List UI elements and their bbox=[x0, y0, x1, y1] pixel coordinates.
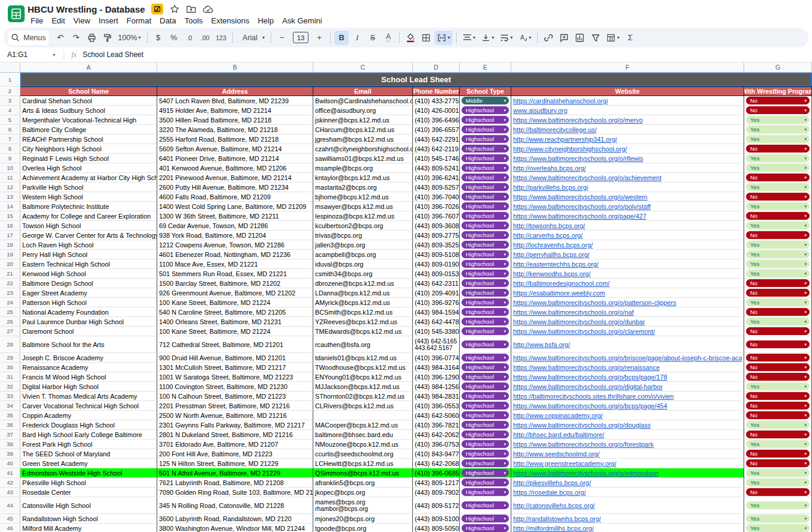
cell-email[interactable]: ccurtis@seedschoolmd.org bbox=[313, 449, 413, 459]
cell-phone[interactable]: (410) 396-7026 bbox=[413, 202, 460, 211]
cell-school-type[interactable]: Highschool▾ bbox=[460, 401, 511, 411]
cell-email[interactable]: QSimmons@bcps.k12.md.us bbox=[313, 468, 413, 478]
website-link[interactable]: http://www.greenstreetacademy.org/ bbox=[513, 460, 616, 467]
wrestling-program-chip[interactable]: Yes▾ bbox=[746, 241, 810, 249]
row-header-35[interactable]: 35 bbox=[0, 411, 20, 420]
cell-school-name[interactable]: Baltimore Design School bbox=[20, 279, 157, 288]
cell-website[interactable]: http://easterntechhs.bcps.org/ bbox=[511, 259, 744, 269]
cell-school-name[interactable]: Eager Street Academy bbox=[20, 288, 157, 298]
row-header-15[interactable]: 15 bbox=[0, 211, 20, 221]
cell-email[interactable]: mjones20@bcps.org bbox=[313, 514, 413, 524]
website-link[interactable]: https://www.baltimorecityschools.org/o/c… bbox=[513, 328, 655, 335]
school-type-chip[interactable]: Highschool▾ bbox=[462, 270, 509, 277]
cell-school-name[interactable]: Arts & Ideas Sudbury School bbox=[20, 106, 157, 115]
cell-school-type[interactable]: Highschool▾ bbox=[460, 125, 511, 135]
row-header-4[interactable]: 4 bbox=[0, 106, 20, 115]
functions-button[interactable]: Σ bbox=[623, 31, 637, 45]
school-type-chip[interactable]: Highschool▾ bbox=[462, 231, 509, 239]
cell-website[interactable]: https://www.baltimorecityschools.org/pag… bbox=[511, 211, 744, 221]
cell-phone[interactable]: (443) 809-5100 bbox=[413, 514, 460, 524]
wrestling-program-chip[interactable]: No▾ bbox=[746, 279, 810, 287]
cell-address[interactable]: 2500 W North Avenue, Baltimore, MD 21216 bbox=[157, 411, 313, 420]
wrestling-program-chip[interactable]: Yes▾ bbox=[746, 202, 810, 210]
menu-insert[interactable]: Insert bbox=[94, 16, 122, 26]
cell-email[interactable]: iduval@bcps.org bbox=[313, 259, 413, 269]
school-type-chip[interactable]: Highschool▾ bbox=[462, 135, 509, 143]
cell-email[interactable]: tdaniels01@bcps.k12.md.us bbox=[313, 353, 413, 363]
cell-school-type[interactable]: Highschool▾ bbox=[460, 144, 511, 154]
wrestling-program-chip[interactable]: Yes▾ bbox=[746, 164, 810, 172]
wrestling-program-chip[interactable]: Yes▾ bbox=[746, 298, 810, 306]
cell-phone[interactable]: (443) 642-2068 bbox=[413, 459, 460, 468]
cell-website[interactable]: http://randallstownhs.bcps.org/ bbox=[511, 514, 744, 524]
row-header-29[interactable]: 29 bbox=[0, 353, 20, 363]
menu-ask-gemini[interactable]: Ask Gemini bbox=[278, 16, 326, 26]
cell-wrestling-program[interactable]: No▾ bbox=[744, 327, 812, 336]
cell-wrestling-program[interactable]: No▾ bbox=[744, 488, 812, 497]
school-type-chip[interactable]: Highschool▾ bbox=[462, 193, 509, 201]
cell-school-type[interactable]: Highschool▾ bbox=[460, 336, 511, 353]
school-type-chip[interactable]: Middle▾ bbox=[462, 97, 509, 104]
cell-school-name[interactable]: Vivien T. Thomas Medical Arts Academy bbox=[20, 391, 157, 401]
cell-phone[interactable]: (443) 642-2311 bbox=[413, 279, 460, 288]
cell-address[interactable]: 100 Kane Street, Baltimore, MD 21224 bbox=[157, 298, 313, 307]
cell-email[interactable]: MACooper@bcps.k12.md.us bbox=[313, 420, 413, 430]
cell-school-type[interactable]: Highschool▾ bbox=[460, 231, 511, 240]
table-header-school-name[interactable]: School Name bbox=[20, 86, 157, 96]
website-link[interactable]: http://perryhallhs.bcps.org/ bbox=[513, 251, 589, 258]
cell-address[interactable]: 100 N Calhoun Street, Baltimore, MD 2122… bbox=[157, 391, 313, 401]
cell-wrestling-program[interactable]: Yes▾ bbox=[744, 115, 812, 125]
cell-address[interactable]: 1400 West Cold Spring Lane, Baltimore, M… bbox=[157, 202, 313, 211]
cell-wrestling-program[interactable]: Yes▾ bbox=[744, 125, 812, 135]
cell-address[interactable]: 3500 Hillen Road Baltimore, MD 21218 bbox=[157, 115, 313, 125]
website-link[interactable]: http://parkvillehs.bcps.org/ bbox=[513, 184, 588, 191]
menu-edit[interactable]: Edit bbox=[47, 16, 69, 26]
row-header-14[interactable]: 14 bbox=[0, 202, 20, 211]
cell-email[interactable]: acampbell@bcps.org bbox=[313, 250, 413, 259]
italic-button[interactable]: I bbox=[350, 31, 364, 45]
cell-wrestling-program[interactable]: No▾ bbox=[744, 231, 812, 240]
move-folder-icon[interactable] bbox=[186, 5, 196, 13]
cell-school-name[interactable]: Towson High School bbox=[20, 221, 157, 231]
website-link[interactable]: http://www.coppinacademy.org/ bbox=[513, 412, 603, 419]
cell-phone[interactable]: (443) 809-5172 bbox=[413, 497, 460, 514]
cell-address[interactable]: 7090 Golden Ring Road, Suite 103, Baltim… bbox=[157, 488, 313, 497]
wrestling-program-chip[interactable]: No▾ bbox=[746, 289, 810, 297]
cell-phone[interactable]: (443) 809-1217 bbox=[413, 478, 460, 488]
cell-school-type[interactable]: Highschool▾ bbox=[460, 497, 511, 514]
bold-button[interactable]: B bbox=[334, 31, 349, 45]
school-type-chip[interactable]: Highschool▾ bbox=[462, 382, 509, 390]
cell-email[interactable] bbox=[313, 411, 413, 420]
format-currency-button[interactable]: $ bbox=[151, 31, 166, 45]
cell-phone[interactable]: (410) 396-0553 bbox=[413, 401, 460, 411]
column-header-C[interactable]: C bbox=[313, 62, 413, 72]
cell-school-type[interactable]: Highschool▾ bbox=[460, 514, 511, 524]
cell-school-type[interactable]: Highschool▾ bbox=[460, 391, 511, 401]
wrestling-program-chip[interactable]: Yes▾ bbox=[746, 183, 810, 191]
row-header-1[interactable]: 1 bbox=[0, 73, 20, 86]
school-type-chip[interactable]: Highschool▾ bbox=[462, 402, 509, 410]
school-type-chip[interactable]: Highschool▾ bbox=[462, 524, 509, 532]
wrestling-program-chip[interactable]: Yes▾ bbox=[746, 515, 810, 522]
cell-school-type[interactable]: Highschool▾ bbox=[460, 449, 511, 459]
table-header-with-wrestling-program[interactable]: With Wrestling Program bbox=[744, 86, 812, 96]
cell-email[interactable]: ENYoung01@bcps.k12.md.us bbox=[313, 372, 413, 382]
cell-website[interactable]: http://towsonhs.bcps.org/ bbox=[511, 221, 744, 231]
cell-website[interactable]: https://www.baltimorecityschools.org/o/f… bbox=[511, 440, 744, 449]
cell-email[interactable]: BCSmith@bcps.k12.md.us bbox=[313, 307, 413, 317]
cell-website[interactable]: https://www.baltimorecityschools.org/o/b… bbox=[511, 372, 744, 382]
cell-school-type[interactable]: Highschool▾ bbox=[460, 288, 511, 298]
font-family-select[interactable]: Arial▾ bbox=[236, 31, 267, 45]
school-type-chip[interactable]: Highschool▾ bbox=[462, 392, 509, 400]
sheets-logo-icon[interactable] bbox=[8, 5, 25, 22]
cell-website[interactable]: www.aisudbury.org bbox=[511, 106, 744, 115]
cell-address[interactable]: 69 Cedar Avenue, Towson, MD 21286 bbox=[157, 221, 313, 231]
school-type-chip[interactable]: Highschool▾ bbox=[462, 411, 509, 419]
cell-address[interactable]: 926 Greenmount Avenue, Baltimore, MD 212… bbox=[157, 288, 313, 298]
wrestling-program-chip[interactable]: Yes▾ bbox=[746, 318, 810, 325]
cell-website[interactable]: https://www.baltimorecityschools.org/o/r… bbox=[511, 363, 744, 372]
wrestling-program-chip[interactable]: Yes▾ bbox=[746, 501, 810, 509]
cell-school-type[interactable]: Highschool▾ bbox=[460, 317, 511, 327]
decrease-font-size-button[interactable]: − bbox=[275, 31, 289, 45]
wrestling-program-chip[interactable]: No▾ bbox=[746, 145, 810, 153]
